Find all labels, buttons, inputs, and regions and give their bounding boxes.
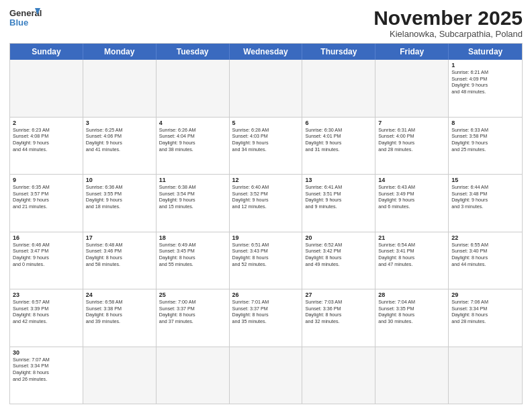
day-info: Sunrise: 7:06 AM Sunset: 3:34 PM Dayligh… (451, 299, 519, 325)
day-info: Sunrise: 6:21 AM Sunset: 4:09 PM Dayligh… (451, 69, 519, 95)
calendar-week-4: 16Sunrise: 6:46 AM Sunset: 3:47 PM Dayli… (10, 232, 522, 289)
header-day-saturday: Saturday (449, 44, 522, 60)
day-info: Sunrise: 6:30 AM Sunset: 4:01 PM Dayligh… (305, 127, 372, 153)
day-info: Sunrise: 7:00 AM Sunset: 3:37 PM Dayligh… (159, 299, 226, 325)
day-info: Sunrise: 6:58 AM Sunset: 3:38 PM Dayligh… (86, 299, 153, 325)
calendar-day-8: 8Sunrise: 6:33 AM Sunset: 3:58 PM Daylig… (449, 118, 522, 175)
calendar-day-7: 7Sunrise: 6:31 AM Sunset: 4:00 PM Daylig… (375, 118, 449, 175)
calendar-empty-cell (375, 60, 449, 117)
day-info: Sunrise: 6:52 AM Sunset: 3:42 PM Dayligh… (305, 242, 372, 268)
calendar-day-12: 12Sunrise: 6:40 AM Sunset: 3:52 PM Dayli… (230, 175, 303, 232)
calendar-day-16: 16Sunrise: 6:46 AM Sunset: 3:47 PM Dayli… (10, 232, 83, 289)
calendar: SundayMondayTuesdayWednesdayThursdayFrid… (9, 43, 523, 404)
day-number: 14 (378, 177, 445, 183)
day-info: Sunrise: 6:49 AM Sunset: 3:45 PM Dayligh… (159, 242, 226, 268)
calendar-week-3: 9Sunrise: 6:35 AM Sunset: 3:57 PM Daylig… (10, 174, 522, 232)
calendar-week-1: 1Sunrise: 6:21 AM Sunset: 4:09 PM Daylig… (10, 60, 522, 117)
calendar-empty-cell (230, 60, 303, 117)
day-info: Sunrise: 6:26 AM Sunset: 4:04 PM Dayligh… (159, 127, 226, 153)
month-title: November 2025 (373, 7, 523, 29)
day-number: 25 (159, 291, 226, 298)
calendar-day-18: 18Sunrise: 6:49 AM Sunset: 3:45 PM Dayli… (157, 232, 230, 289)
day-info: Sunrise: 6:23 AM Sunset: 4:08 PM Dayligh… (13, 127, 80, 153)
day-info: Sunrise: 6:35 AM Sunset: 3:57 PM Dayligh… (13, 184, 80, 210)
calendar-week-6: 30Sunrise: 7:07 AM Sunset: 3:34 PM Dayli… (10, 347, 522, 404)
calendar-day-3: 3Sunrise: 6:25 AM Sunset: 4:06 PM Daylig… (83, 118, 157, 175)
calendar-day-14: 14Sunrise: 6:43 AM Sunset: 3:49 PM Dayli… (375, 175, 449, 232)
day-number: 20 (305, 234, 372, 241)
calendar-day-5: 5Sunrise: 6:28 AM Sunset: 4:03 PM Daylig… (230, 118, 303, 175)
calendar-day-22: 22Sunrise: 6:55 AM Sunset: 3:40 PM Dayli… (449, 232, 522, 289)
calendar-empty-cell (230, 347, 303, 404)
calendar-day-17: 17Sunrise: 6:48 AM Sunset: 3:46 PM Dayli… (83, 232, 157, 289)
logo-svg: General Blue (9, 7, 43, 31)
page: General Blue November 2025 Kielanowka, S… (0, 0, 532, 411)
header-day-thursday: Thursday (302, 44, 375, 60)
day-number: 2 (13, 120, 80, 126)
day-info: Sunrise: 6:48 AM Sunset: 3:46 PM Dayligh… (86, 242, 153, 268)
day-number: 22 (451, 234, 519, 241)
calendar-day-2: 2Sunrise: 6:23 AM Sunset: 4:08 PM Daylig… (10, 118, 83, 175)
calendar-body: 1Sunrise: 6:21 AM Sunset: 4:09 PM Daylig… (10, 60, 522, 404)
day-info: Sunrise: 7:04 AM Sunset: 3:35 PM Dayligh… (378, 299, 445, 325)
day-number: 5 (232, 120, 300, 126)
header-day-friday: Friday (375, 44, 449, 60)
header: General Blue November 2025 Kielanowka, S… (9, 7, 523, 39)
calendar-empty-cell (449, 347, 522, 404)
calendar-day-20: 20Sunrise: 6:52 AM Sunset: 3:42 PM Dayli… (302, 232, 375, 289)
day-number: 17 (86, 234, 153, 241)
day-info: Sunrise: 7:01 AM Sunset: 3:37 PM Dayligh… (232, 299, 300, 325)
day-number: 8 (451, 120, 519, 126)
day-number: 11 (159, 177, 226, 183)
day-number: 18 (159, 234, 226, 241)
calendar-day-29: 29Sunrise: 7:06 AM Sunset: 3:34 PM Dayli… (449, 289, 522, 347)
header-day-tuesday: Tuesday (157, 44, 230, 60)
day-info: Sunrise: 6:36 AM Sunset: 3:55 PM Dayligh… (86, 184, 153, 210)
calendar-day-10: 10Sunrise: 6:36 AM Sunset: 3:55 PM Dayli… (83, 175, 157, 232)
day-info: Sunrise: 6:55 AM Sunset: 3:40 PM Dayligh… (451, 242, 519, 268)
calendar-empty-cell (83, 347, 157, 404)
day-number: 30 (13, 349, 80, 356)
day-info: Sunrise: 6:46 AM Sunset: 3:47 PM Dayligh… (13, 242, 80, 268)
day-number: 23 (13, 291, 80, 298)
calendar-empty-cell (83, 60, 157, 117)
day-number: 10 (86, 177, 153, 183)
svg-text:Blue: Blue (9, 17, 28, 28)
day-info: Sunrise: 6:33 AM Sunset: 3:58 PM Dayligh… (451, 127, 519, 153)
calendar-day-1: 1Sunrise: 6:21 AM Sunset: 4:09 PM Daylig… (449, 60, 522, 117)
logo: General Blue (9, 7, 43, 31)
calendar-day-9: 9Sunrise: 6:35 AM Sunset: 3:57 PM Daylig… (10, 175, 83, 232)
day-info: Sunrise: 6:51 AM Sunset: 3:43 PM Dayligh… (232, 242, 300, 268)
header-day-sunday: Sunday (10, 44, 83, 60)
day-number: 26 (232, 291, 300, 298)
day-info: Sunrise: 6:43 AM Sunset: 3:49 PM Dayligh… (378, 184, 445, 210)
day-number: 7 (378, 120, 445, 126)
calendar-day-27: 27Sunrise: 7:03 AM Sunset: 3:36 PM Dayli… (302, 289, 375, 347)
calendar-day-23: 23Sunrise: 6:57 AM Sunset: 3:39 PM Dayli… (10, 289, 83, 347)
calendar-day-6: 6Sunrise: 6:30 AM Sunset: 4:01 PM Daylig… (302, 118, 375, 175)
calendar-day-4: 4Sunrise: 6:26 AM Sunset: 4:04 PM Daylig… (157, 118, 230, 175)
day-number: 27 (305, 291, 372, 298)
calendar-empty-cell (157, 60, 230, 117)
day-number: 1 (451, 62, 519, 68)
header-day-wednesday: Wednesday (230, 44, 303, 60)
day-number: 6 (305, 120, 372, 126)
day-number: 21 (378, 234, 445, 241)
day-number: 19 (232, 234, 300, 241)
calendar-day-21: 21Sunrise: 6:54 AM Sunset: 3:41 PM Dayli… (375, 232, 449, 289)
calendar-empty-cell (302, 347, 375, 404)
day-info: Sunrise: 6:40 AM Sunset: 3:52 PM Dayligh… (232, 184, 300, 210)
day-info: Sunrise: 6:31 AM Sunset: 4:00 PM Dayligh… (378, 127, 445, 153)
calendar-empty-cell (375, 347, 449, 404)
day-info: Sunrise: 6:28 AM Sunset: 4:03 PM Dayligh… (232, 127, 300, 153)
day-number: 24 (86, 291, 153, 298)
calendar-week-5: 23Sunrise: 6:57 AM Sunset: 3:39 PM Dayli… (10, 289, 522, 347)
day-number: 16 (13, 234, 80, 241)
calendar-empty-cell (10, 60, 83, 117)
day-info: Sunrise: 6:41 AM Sunset: 3:51 PM Dayligh… (305, 184, 372, 210)
calendar-week-2: 2Sunrise: 6:23 AM Sunset: 4:08 PM Daylig… (10, 117, 522, 175)
day-info: Sunrise: 6:25 AM Sunset: 4:06 PM Dayligh… (86, 127, 153, 153)
calendar-empty-cell (302, 60, 375, 117)
calendar-empty-cell (157, 347, 230, 404)
day-info: Sunrise: 6:54 AM Sunset: 3:41 PM Dayligh… (378, 242, 445, 268)
